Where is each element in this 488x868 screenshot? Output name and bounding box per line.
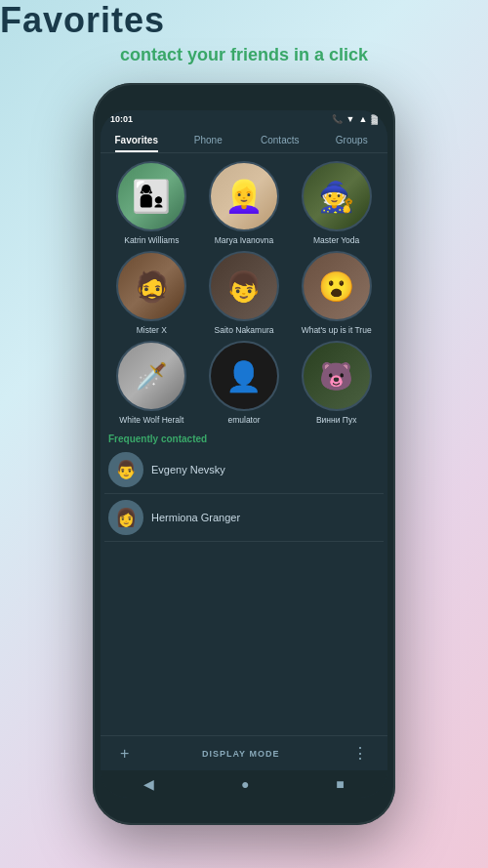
contacts-grid: Katrin Williams Marya Ivanovna Master Yo…: [101, 153, 387, 430]
tab-contacts[interactable]: Contacts: [244, 128, 316, 152]
avatar-wolf: [116, 341, 186, 411]
contact-name-marya: Marya Ivanovna: [215, 235, 273, 245]
bottom-bar: + DISPLAY MODE ⋮: [101, 735, 387, 770]
avatar-emulator: [209, 341, 279, 411]
page-subtitle: contact your friends in a click: [0, 45, 488, 65]
contact-item-misterx[interactable]: Mister X: [108, 251, 195, 335]
contact-item-yoda[interactable]: Master Yoda: [293, 161, 380, 245]
contact-item-emulator[interactable]: emulator: [201, 341, 288, 425]
home-button[interactable]: ●: [241, 776, 249, 792]
contact-name-saito: Saito Nakamura: [215, 325, 274, 335]
contact-name-yoda: Master Yoda: [313, 235, 359, 245]
tab-groups[interactable]: Groups: [316, 128, 388, 152]
call-icon: 📞: [332, 114, 343, 124]
avatar-whatsup: [302, 251, 372, 321]
status-icons: 📞 ▼ ▲ ▓: [332, 114, 378, 124]
avatar-hermiona: 👩: [108, 500, 143, 535]
avatar-yoda: [302, 161, 372, 231]
avatar-saito: [209, 251, 279, 321]
battery-icon: ▓: [371, 114, 378, 124]
phone-frame-wrapper: 10:01 📞 ▼ ▲ ▓ Favorites Phone Contacts G…: [0, 83, 488, 825]
avatar-vinni: [302, 341, 372, 411]
contact-name-misterx: Mister X: [137, 325, 167, 335]
back-button[interactable]: ◀: [143, 776, 154, 792]
page-title: Favorites: [0, 0, 165, 40]
tabs-bar: Favorites Phone Contacts Groups: [101, 128, 387, 153]
contact-name-emulator: emulator: [227, 415, 260, 425]
frequent-item-hermiona[interactable]: 👩 Hermiona Granger: [104, 494, 384, 542]
contact-name-vinni: Винни Пух: [316, 415, 357, 425]
avatar-evgeny: 👨: [108, 452, 143, 487]
status-bar: 10:01 📞 ▼ ▲ ▓: [101, 110, 387, 128]
avatar-katrin: [116, 161, 186, 231]
frequent-item-evgeny[interactable]: 👨 Evgeny Nevsky: [104, 446, 384, 494]
wifi-icon: ▼: [346, 114, 355, 124]
contact-item-saito[interactable]: Saito Nakamura: [201, 251, 288, 335]
tab-phone[interactable]: Phone: [173, 128, 245, 152]
display-mode-button[interactable]: DISPLAY MODE: [202, 749, 280, 759]
contact-name-wolf: White Wolf Heralt: [119, 415, 183, 425]
contact-item-whatsup[interactable]: What's up is it True: [293, 251, 380, 335]
add-button[interactable]: +: [114, 743, 135, 765]
contact-item-marya[interactable]: Marya Ivanovna: [201, 161, 288, 245]
more-options-button[interactable]: ⋮: [346, 742, 374, 765]
status-time: 10:01: [110, 114, 133, 124]
signal-icon: ▲: [359, 114, 368, 124]
contact-name-katrin: Katrin Williams: [124, 235, 179, 245]
frequent-list: 👨 Evgeny Nevsky 👩 Hermiona Granger: [101, 446, 387, 735]
phone-frame: 10:01 📞 ▼ ▲ ▓ Favorites Phone Contacts G…: [93, 83, 395, 825]
frequent-name-evgeny: Evgeny Nevsky: [151, 464, 225, 475]
avatar-marya: [209, 161, 279, 231]
nav-bar: ◀ ● ■: [101, 770, 387, 798]
frequent-name-hermiona: Hermiona Granger: [151, 512, 240, 523]
contact-item-katrin[interactable]: Katrin Williams: [108, 161, 195, 245]
frequent-section-label: Frequently contacted: [101, 430, 387, 446]
recents-button[interactable]: ■: [336, 776, 344, 792]
tab-favorites[interactable]: Favorites: [101, 128, 173, 152]
contact-name-whatsup: What's up is it True: [302, 325, 372, 335]
contact-item-wolf[interactable]: White Wolf Heralt: [108, 341, 195, 425]
avatar-misterx: [116, 251, 186, 321]
contact-item-vinni[interactable]: Винни Пух: [293, 341, 380, 425]
phone-screen: 10:01 📞 ▼ ▲ ▓ Favorites Phone Contacts G…: [101, 110, 387, 798]
